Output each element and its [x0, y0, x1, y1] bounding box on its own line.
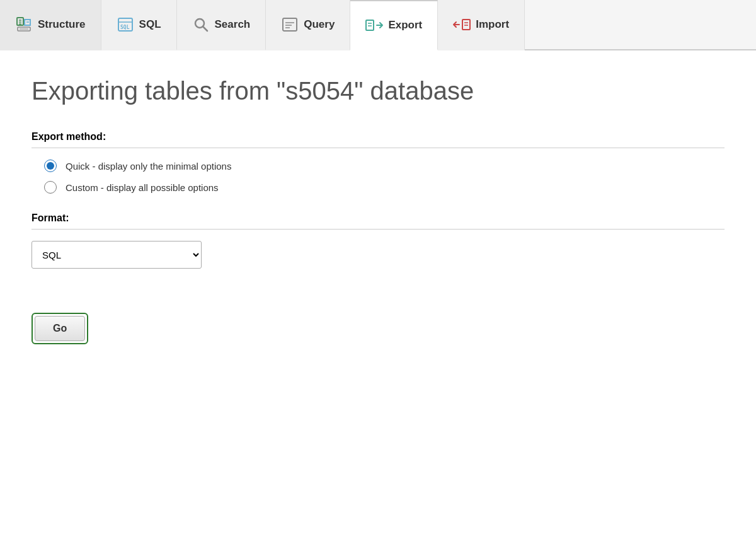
search-magnifier-icon: [192, 16, 210, 33]
svg-line-11: [203, 26, 207, 31]
go-button[interactable]: Go: [35, 316, 85, 341]
tab-query-label: Query: [304, 18, 335, 31]
page-title: Exporting tables from "s5054" database: [32, 76, 724, 106]
svg-rect-12: [283, 18, 297, 31]
sql-icon: SQL: [117, 16, 134, 33]
format-header: Format:: [32, 212, 724, 230]
structure-icon: [15, 16, 33, 33]
tab-structure[interactable]: Structure: [0, 0, 101, 50]
tab-bar: Structure SQL SQL Search: [0, 0, 756, 50]
svg-text:SQL: SQL: [120, 25, 130, 30]
export-method-radio-group: Quick - display only the minimal options…: [32, 160, 724, 194]
svg-rect-19: [462, 20, 470, 30]
export-icon: [365, 16, 383, 34]
export-method-header: Export method:: [32, 131, 724, 148]
tab-import[interactable]: Import: [438, 0, 525, 50]
custom-label: Custom - display all possible options: [66, 182, 219, 193]
tab-search-label: Search: [215, 18, 251, 31]
tab-search[interactable]: Search: [177, 0, 266, 50]
tab-sql[interactable]: SQL SQL: [101, 0, 177, 50]
quick-label: Quick - display only the minimal options: [66, 161, 231, 172]
tab-export-label: Export: [388, 19, 422, 32]
go-button-wrapper: Go: [32, 313, 88, 344]
custom-radio[interactable]: [44, 181, 57, 194]
query-icon: [281, 16, 299, 33]
custom-option[interactable]: Custom - display all possible options: [44, 181, 724, 194]
format-select[interactable]: SQL CSV Excel JSON XML: [32, 241, 202, 269]
main-content: Exporting tables from "s5054" database E…: [0, 50, 756, 369]
tab-export[interactable]: Export: [350, 0, 438, 50]
quick-option[interactable]: Quick - display only the minimal options: [44, 160, 724, 172]
svg-rect-16: [366, 20, 374, 30]
tab-structure-label: Structure: [38, 18, 86, 31]
import-icon: [453, 16, 471, 33]
tab-query[interactable]: Query: [266, 0, 350, 50]
format-section: Format: SQL CSV Excel JSON XML: [32, 212, 724, 269]
quick-radio[interactable]: [44, 160, 57, 172]
tab-sql-label: SQL: [139, 18, 161, 31]
tab-import-label: Import: [476, 18, 509, 31]
export-method-section: Export method: Quick - display only the …: [32, 131, 724, 194]
